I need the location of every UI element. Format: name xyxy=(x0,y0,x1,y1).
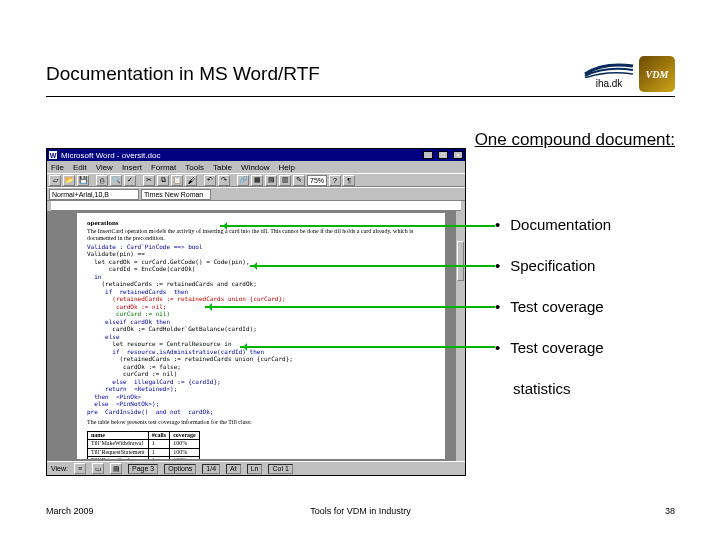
bullet-test-coverage-2: Test coverage xyxy=(495,339,675,356)
doc-table-caption: The table below presents test coverage i… xyxy=(87,419,435,427)
menu-file[interactable]: File xyxy=(51,163,64,172)
word-title-text: Microsoft Word - oversit.doc xyxy=(61,151,418,160)
status-at: At xyxy=(226,464,241,474)
doc-code-block: Validate : Card`PinCode ==> boolValidate… xyxy=(87,243,435,416)
paste-icon[interactable]: 📋 xyxy=(171,175,183,186)
menu-view[interactable]: View xyxy=(96,163,113,172)
ruler xyxy=(51,201,461,211)
zoom-select[interactable]: 75% xyxy=(307,175,327,186)
doc-paragraph: The InsertCard operation models the acti… xyxy=(87,228,435,243)
subtitle: One compound document: xyxy=(475,130,675,150)
print-icon[interactable]: ⎙ xyxy=(96,175,108,186)
bullet-specification: Specification xyxy=(495,257,675,274)
bullet-documentation: Documentation xyxy=(495,216,675,233)
word-titlebar: W Microsoft Word - oversit.doc _ □ × xyxy=(47,149,465,161)
bullet-label: Test coverage xyxy=(510,298,603,315)
iha-logo: iha.dk xyxy=(583,60,635,89)
vertical-scrollbar[interactable] xyxy=(455,211,465,461)
para-icon[interactable]: ¶ xyxy=(343,175,355,186)
minimize-icon[interactable]: _ xyxy=(423,151,433,159)
arrow-documentation xyxy=(220,225,495,227)
word-window: W Microsoft Word - oversit.doc _ □ × Fil… xyxy=(46,148,466,476)
footer-title: Tools for VDM in Industry xyxy=(46,506,675,516)
coverage-table: name#callscoverageTill`MakeWithdrawal110… xyxy=(87,431,200,459)
table-icon[interactable]: ▦ xyxy=(251,175,263,186)
slide-footer: March 2009 Tools for VDM in Industry 38 xyxy=(46,506,675,516)
bullet-test-coverage: Test coverage xyxy=(495,298,675,315)
font-select[interactable]: Times New Roman xyxy=(141,189,211,200)
close-icon[interactable]: × xyxy=(453,151,463,159)
bullet-list: Documentation Specification Test coverag… xyxy=(495,216,675,397)
bullet-label: Specification xyxy=(510,257,595,274)
view-outline-icon[interactable]: ▤ xyxy=(110,463,122,474)
status-sec: 1/4 xyxy=(202,464,220,474)
help-icon[interactable]: ? xyxy=(329,175,341,186)
open-icon[interactable]: 📂 xyxy=(63,175,75,186)
status-options: Options xyxy=(164,464,196,474)
arrow-specification xyxy=(250,265,495,267)
header-divider xyxy=(46,96,675,97)
view-normal-icon[interactable]: ≡ xyxy=(74,463,86,474)
copy-icon[interactable]: ⧉ xyxy=(157,175,169,186)
slide-title: Documentation in MS Word/RTF xyxy=(46,63,320,85)
spell-icon[interactable]: ✓ xyxy=(124,175,136,186)
redo-icon[interactable]: ↷ xyxy=(218,175,230,186)
preview-icon[interactable]: 🔍 xyxy=(110,175,122,186)
status-page: Page 3 xyxy=(128,464,158,474)
bullet-label: Documentation xyxy=(510,216,611,233)
cut-icon[interactable]: ✂ xyxy=(143,175,155,186)
menu-help[interactable]: Help xyxy=(279,163,295,172)
word-toolbar-1: ▱ 📂 💾 ⎙ 🔍 ✓ ✂ ⧉ 📋 🖌 ↶ ↷ 🔗 ▦ ▤ ▥ ✎ 75% ? … xyxy=(47,173,465,187)
word-statusbar: View: ≡ ▭ ▤ Page 3 Options 1/4 At Ln Col… xyxy=(47,461,465,475)
vdm-badge-text: VDM xyxy=(646,69,669,80)
arrow-test-coverage xyxy=(205,306,495,308)
word-toolbar-2: Normal+Arial,10,B Times New Roman xyxy=(47,187,465,201)
status-col: Col 1 xyxy=(268,464,292,474)
menu-table[interactable]: Table xyxy=(213,163,232,172)
iha-text: iha.dk xyxy=(596,78,623,89)
menu-insert[interactable]: Insert xyxy=(122,163,142,172)
arrow-test-coverage-stats xyxy=(240,346,495,348)
format-painter-icon[interactable]: 🖌 xyxy=(185,175,197,186)
vdm-badge-icon: VDM xyxy=(639,56,675,92)
columns-icon[interactable]: ▥ xyxy=(279,175,291,186)
bullet-label: Test coverage xyxy=(510,339,603,356)
menu-edit[interactable]: Edit xyxy=(73,163,87,172)
document-area: operations The InsertCard operation mode… xyxy=(47,211,465,461)
menu-window[interactable]: Window xyxy=(241,163,269,172)
word-app-icon: W xyxy=(49,151,57,159)
scroll-thumb[interactable] xyxy=(457,241,464,281)
drawing-icon[interactable]: ✎ xyxy=(293,175,305,186)
word-menubar: File Edit View Insert Format Tools Table… xyxy=(47,161,465,173)
logo-group: iha.dk VDM xyxy=(583,56,675,92)
undo-icon[interactable]: ↶ xyxy=(204,175,216,186)
link-icon[interactable]: 🔗 xyxy=(237,175,249,186)
status-view-label: View: xyxy=(51,465,68,472)
excel-icon[interactable]: ▤ xyxy=(265,175,277,186)
menu-tools[interactable]: Tools xyxy=(185,163,204,172)
document-page: operations The InsertCard operation mode… xyxy=(77,213,445,459)
new-icon[interactable]: ▱ xyxy=(49,175,61,186)
menu-format[interactable]: Format xyxy=(151,163,176,172)
style-select[interactable]: Normal+Arial,10,B xyxy=(49,189,139,200)
status-ln: Ln xyxy=(247,464,263,474)
maximize-icon[interactable]: □ xyxy=(438,151,448,159)
iha-swoosh-icon xyxy=(583,60,635,78)
view-layout-icon[interactable]: ▭ xyxy=(92,463,104,474)
bullet-statistics: statistics xyxy=(513,380,675,397)
save-icon[interactable]: 💾 xyxy=(77,175,89,186)
